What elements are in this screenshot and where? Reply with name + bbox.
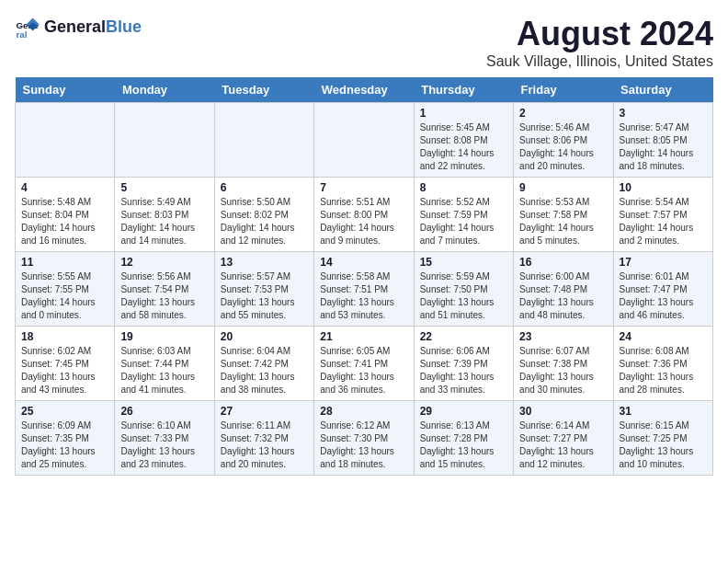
day-number: 13 [221,256,308,269]
weekday-header: Sunday [16,77,115,103]
day-info: Sunrise: 6:13 AM Sunset: 7:28 PM Dayligh… [420,419,507,471]
calendar-cell: 29Sunrise: 6:13 AM Sunset: 7:28 PM Dayli… [414,401,513,476]
day-info: Sunrise: 6:03 AM Sunset: 7:44 PM Dayligh… [120,345,208,396]
day-number: 11 [21,256,108,269]
day-info: Sunrise: 6:07 AM Sunset: 7:38 PM Dayligh… [519,345,607,396]
calendar-cell: 4Sunrise: 5:48 AM Sunset: 8:04 PM Daylig… [16,178,115,252]
calendar-cell [16,103,115,178]
calendar-cell: 8Sunrise: 5:52 AM Sunset: 7:59 PM Daylig… [414,178,513,252]
calendar-cell [214,103,313,178]
day-number: 3 [620,107,707,120]
day-number: 14 [320,256,407,269]
calendar-cell: 28Sunrise: 6:12 AM Sunset: 7:30 PM Dayli… [314,401,414,476]
day-info: Sunrise: 5:55 AM Sunset: 7:55 PM Dayligh… [21,270,108,322]
page-subtitle: Sauk Village, Illinois, United States [486,53,713,70]
day-number: 2 [519,107,607,120]
day-number: 31 [620,405,707,418]
calendar-cell: 15Sunrise: 5:59 AM Sunset: 7:50 PM Dayli… [414,252,513,327]
day-info: Sunrise: 5:57 AM Sunset: 7:53 PM Dayligh… [221,270,308,322]
day-number: 23 [519,330,607,343]
day-info: Sunrise: 5:47 AM Sunset: 8:05 PM Dayligh… [620,121,707,173]
day-number: 8 [420,181,507,194]
calendar-cell: 7Sunrise: 5:51 AM Sunset: 8:00 PM Daylig… [314,178,414,252]
logo-text: GeneralBlue [44,18,142,37]
weekday-header: Saturday [613,77,712,103]
calendar-cell: 23Sunrise: 6:07 AM Sunset: 7:38 PM Dayli… [514,327,613,401]
day-number: 21 [320,330,407,343]
day-info: Sunrise: 5:50 AM Sunset: 8:02 PM Dayligh… [221,196,308,247]
day-info: Sunrise: 6:10 AM Sunset: 7:33 PM Dayligh… [120,419,208,471]
day-number: 18 [21,330,108,343]
calendar-cell: 24Sunrise: 6:08 AM Sunset: 7:36 PM Dayli… [613,327,712,401]
calendar-cell: 11Sunrise: 5:55 AM Sunset: 7:55 PM Dayli… [16,252,115,327]
calendar-cell [314,103,414,178]
day-info: Sunrise: 5:58 AM Sunset: 7:51 PM Dayligh… [320,270,407,322]
day-number: 15 [420,256,507,269]
day-info: Sunrise: 5:51 AM Sunset: 8:00 PM Dayligh… [320,196,407,247]
day-info: Sunrise: 5:45 AM Sunset: 8:08 PM Dayligh… [420,121,507,173]
calendar-cell: 9Sunrise: 5:53 AM Sunset: 7:58 PM Daylig… [514,178,613,252]
day-number: 28 [320,405,407,418]
calendar-cell: 16Sunrise: 6:00 AM Sunset: 7:48 PM Dayli… [514,252,613,327]
day-info: Sunrise: 6:01 AM Sunset: 7:47 PM Dayligh… [620,270,707,322]
weekday-header: Tuesday [214,77,313,103]
day-number: 10 [620,181,707,194]
day-number: 12 [120,256,208,269]
day-number: 19 [120,330,208,343]
day-number: 20 [221,330,308,343]
day-number: 29 [420,405,507,418]
page-title: August 2024 [486,15,713,53]
day-number: 24 [620,330,707,343]
day-info: Sunrise: 5:59 AM Sunset: 7:50 PM Dayligh… [420,270,507,322]
day-number: 5 [120,181,208,194]
day-number: 17 [620,256,707,269]
day-number: 27 [221,405,308,418]
weekday-header: Thursday [414,77,513,103]
day-info: Sunrise: 6:05 AM Sunset: 7:41 PM Dayligh… [320,345,407,396]
day-info: Sunrise: 5:48 AM Sunset: 8:04 PM Dayligh… [21,196,108,247]
day-info: Sunrise: 5:49 AM Sunset: 8:03 PM Dayligh… [120,196,208,247]
calendar-cell: 1Sunrise: 5:45 AM Sunset: 8:08 PM Daylig… [414,103,513,178]
day-info: Sunrise: 6:00 AM Sunset: 7:48 PM Dayligh… [519,270,607,322]
calendar-cell: 30Sunrise: 6:14 AM Sunset: 7:27 PM Dayli… [514,401,613,476]
day-info: Sunrise: 6:11 AM Sunset: 7:32 PM Dayligh… [221,419,308,471]
day-info: Sunrise: 6:02 AM Sunset: 7:45 PM Dayligh… [21,345,108,396]
calendar-cell: 26Sunrise: 6:10 AM Sunset: 7:33 PM Dayli… [115,401,214,476]
calendar-cell: 5Sunrise: 5:49 AM Sunset: 8:03 PM Daylig… [115,178,214,252]
calendar-cell: 3Sunrise: 5:47 AM Sunset: 8:05 PM Daylig… [613,103,712,178]
weekday-header: Monday [115,77,214,103]
day-info: Sunrise: 6:06 AM Sunset: 7:39 PM Dayligh… [420,345,507,396]
calendar-cell: 10Sunrise: 5:54 AM Sunset: 7:57 PM Dayli… [613,178,712,252]
day-info: Sunrise: 5:53 AM Sunset: 7:58 PM Dayligh… [519,196,607,247]
weekday-header: Friday [514,77,613,103]
day-number: 30 [519,405,607,418]
weekday-header: Wednesday [314,77,414,103]
calendar-table: SundayMondayTuesdayWednesdayThursdayFrid… [15,77,713,476]
day-info: Sunrise: 6:15 AM Sunset: 7:25 PM Dayligh… [620,419,707,471]
day-number: 7 [320,181,407,194]
calendar-cell: 2Sunrise: 5:46 AM Sunset: 8:06 PM Daylig… [514,103,613,178]
day-info: Sunrise: 6:12 AM Sunset: 7:30 PM Dayligh… [320,419,407,471]
day-number: 4 [21,181,108,194]
day-info: Sunrise: 6:14 AM Sunset: 7:27 PM Dayligh… [519,419,607,471]
calendar-cell: 31Sunrise: 6:15 AM Sunset: 7:25 PM Dayli… [613,401,712,476]
day-number: 9 [519,181,607,194]
calendar-cell: 27Sunrise: 6:11 AM Sunset: 7:32 PM Dayli… [214,401,313,476]
calendar-cell: 6Sunrise: 5:50 AM Sunset: 8:02 PM Daylig… [214,178,313,252]
day-info: Sunrise: 5:52 AM Sunset: 7:59 PM Dayligh… [420,196,507,247]
calendar-cell: 14Sunrise: 5:58 AM Sunset: 7:51 PM Dayli… [314,252,414,327]
day-number: 22 [420,330,507,343]
day-info: Sunrise: 5:46 AM Sunset: 8:06 PM Dayligh… [519,121,607,173]
day-number: 6 [221,181,308,194]
day-number: 26 [120,405,208,418]
calendar-cell [115,103,214,178]
calendar-cell: 17Sunrise: 6:01 AM Sunset: 7:47 PM Dayli… [613,252,712,327]
day-info: Sunrise: 6:04 AM Sunset: 7:42 PM Dayligh… [221,345,308,396]
calendar-cell: 19Sunrise: 6:03 AM Sunset: 7:44 PM Dayli… [115,327,214,401]
calendar-cell: 18Sunrise: 6:02 AM Sunset: 7:45 PM Dayli… [16,327,115,401]
calendar-cell: 13Sunrise: 5:57 AM Sunset: 7:53 PM Dayli… [214,252,313,327]
day-info: Sunrise: 5:56 AM Sunset: 7:54 PM Dayligh… [120,270,208,322]
day-number: 16 [519,256,607,269]
day-info: Sunrise: 5:54 AM Sunset: 7:57 PM Dayligh… [620,196,707,247]
svg-text:ral: ral [16,29,27,40]
